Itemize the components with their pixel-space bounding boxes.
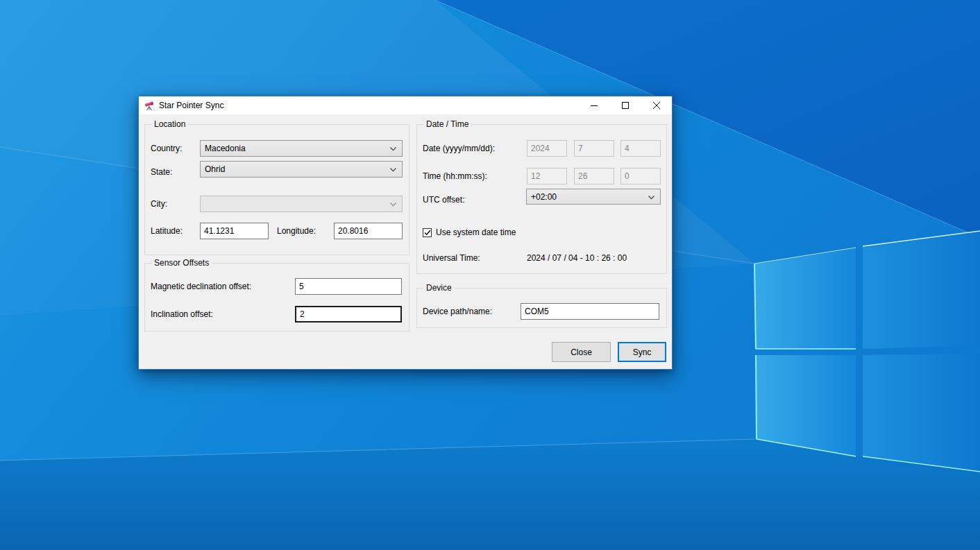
date-month-input[interactable] [574, 140, 614, 157]
country-label: Country: [151, 140, 182, 157]
sensor-offsets-group-label: Sensor Offsets [151, 258, 212, 268]
time-label: Time (hh:mm:ss): [423, 168, 487, 184]
magnetic-offset-label: Magnetic declination offset: [151, 278, 251, 295]
location-group-label: Location [151, 119, 188, 129]
device-group-label: Device [423, 283, 455, 293]
state-combobox-value: Ohrid [205, 164, 225, 174]
telescope-icon [144, 100, 155, 111]
universal-time-label: Universal Time: [423, 250, 480, 266]
universal-time-value: 2024 / 07 / 04 - 10 : 26 : 00 [527, 250, 627, 266]
checkbox-box [423, 228, 432, 237]
time-minute-input[interactable] [574, 168, 614, 184]
longitude-input[interactable] [334, 223, 403, 239]
use-system-datetime-label: Use system date time [436, 227, 516, 237]
chevron-down-icon [648, 196, 654, 200]
date-year-input[interactable] [527, 140, 567, 157]
sync-button[interactable]: Sync [618, 342, 666, 362]
maximize-icon [622, 102, 629, 109]
state-combobox[interactable]: Ohrid [200, 161, 403, 178]
longitude-label: Longitude: [277, 223, 316, 239]
device-path-label: Device path/name: [423, 303, 492, 320]
close-button[interactable]: Close [552, 342, 611, 362]
latitude-input[interactable] [200, 223, 269, 239]
utc-offset-combobox-value: +02:00 [531, 192, 557, 202]
time-hour-input[interactable] [527, 168, 567, 184]
country-combobox-value: Macedonia [205, 144, 246, 153]
close-button-caption[interactable] [641, 96, 672, 114]
window-title: Star Pointer Sync [159, 96, 223, 114]
chevron-down-icon [390, 203, 396, 207]
desktop: Star Pointer Sync Location Country: Mace… [0, 0, 980, 550]
inclination-offset-label: Inclination offset: [151, 306, 213, 323]
country-combobox[interactable]: Macedonia [200, 140, 403, 157]
device-path-input[interactable] [521, 303, 659, 320]
minimize-icon [591, 102, 598, 109]
state-label: State: [151, 164, 172, 180]
datetime-group-label: Date / Time [423, 119, 471, 129]
titlebar[interactable]: Star Pointer Sync [139, 96, 672, 114]
inclination-offset-input[interactable] [295, 306, 402, 323]
time-second-input[interactable] [620, 168, 661, 184]
checkmark-icon [424, 230, 431, 236]
magnetic-offset-input[interactable] [295, 278, 402, 295]
chevron-down-icon [390, 147, 396, 151]
utc-offset-combobox[interactable]: +02:00 [526, 189, 661, 205]
city-combobox[interactable] [200, 196, 403, 212]
use-system-datetime-checkbox[interactable]: Use system date time [423, 225, 516, 239]
maximize-button[interactable] [609, 96, 641, 114]
date-day-input[interactable] [620, 140, 661, 157]
latitude-label: Latitude: [151, 223, 183, 239]
city-label: City: [151, 196, 167, 212]
date-label: Date (yyyy/mm/dd): [423, 140, 495, 157]
star-pointer-sync-window: Star Pointer Sync Location Country: Mace… [138, 96, 673, 370]
chevron-down-icon [390, 168, 396, 172]
close-icon [653, 102, 660, 109]
minimize-button[interactable] [578, 96, 609, 114]
utc-offset-label: UTC offset: [423, 191, 464, 208]
